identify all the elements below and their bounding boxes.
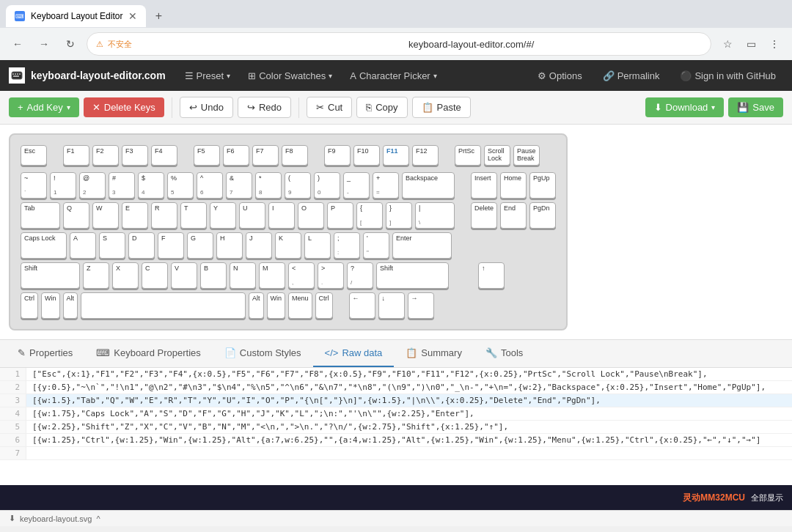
key-4[interactable]: $4 [138,172,164,199]
key-z[interactable]: Z [83,262,109,289]
key-n[interactable]: N [230,262,256,289]
key-right[interactable]: → [408,292,434,319]
options-button[interactable]: ⚙ Options [530,67,590,85]
key-r[interactable]: R [151,202,177,229]
code-area[interactable]: 1 ["Esc",{x:1},"F1","F2","F3","F4",{x:0.… [0,368,792,485]
key-lbracket[interactable]: {[ [356,202,383,229]
paste-button[interactable]: 📋 Paste [412,97,471,118]
tab-close-button[interactable]: ✕ [128,11,137,21]
key-scroll-lock[interactable]: Scroll Lock [484,145,510,166]
key-down[interactable]: ↓ [378,292,405,319]
key-f11[interactable]: F11 [383,145,409,166]
key-7[interactable]: &7 [226,172,252,199]
key-f8[interactable]: F8 [282,145,308,166]
window-button[interactable]: ▭ [741,34,761,54]
show-all-text[interactable]: 全部显示 [751,492,783,503]
key-a[interactable]: A [70,232,96,259]
key-g[interactable]: G [187,232,213,259]
key-m[interactable]: M [259,262,285,289]
key-2[interactable]: @2 [79,172,106,199]
key-delete[interactable]: Delete [471,202,497,229]
color-swatches-menu[interactable]: ⊞ Color Swatches ▾ [241,66,340,86]
key-f10[interactable]: F10 [353,145,380,166]
key-enter[interactable]: Enter [392,232,452,259]
key-v[interactable]: V [171,262,197,289]
key-pgup[interactable]: PgUp [529,172,556,199]
key-j[interactable]: J [246,232,272,259]
tab-summary[interactable]: 📋 Summary [394,340,474,367]
key-f2[interactable]: F2 [92,145,119,166]
tab-properties[interactable]: ✎ Properties [6,340,84,367]
key-f4[interactable]: F4 [151,145,177,166]
key-f9[interactable]: F9 [324,145,351,166]
tab-raw-data[interactable]: </> Raw data [313,340,395,367]
copy-button[interactable]: ⎘ Copy [356,97,407,118]
key-tab[interactable]: Tab [21,202,60,229]
tab-keyboard-properties[interactable]: ⌨ Keyboard Properties [84,340,213,367]
github-button[interactable]: ⚫ Sign in with GitHub [672,67,783,85]
key-slash[interactable]: ?/ [347,262,373,289]
key-i[interactable]: I [268,202,295,229]
add-key-button[interactable]: + Add Key ▾ [9,97,79,117]
key-home[interactable]: Home [500,172,527,199]
key-left[interactable]: ← [349,292,375,319]
permalink-button[interactable]: 🔗 Permalink [595,67,667,85]
key-1[interactable]: !1 [50,172,76,199]
key-left-alt[interactable]: Alt [63,292,78,319]
key-up[interactable]: ↑ [478,262,505,289]
key-x[interactable]: X [112,262,139,289]
save-button[interactable]: 💾 Save [728,97,783,117]
key-tilde[interactable]: ~` [21,172,47,199]
key-f[interactable]: F [158,232,184,259]
address-bar[interactable]: ⚠ 不安全 keyboard-layout-editor.com/#/ [87,32,711,56]
refresh-button[interactable]: ↻ [60,34,81,54]
key-caps-lock[interactable]: Caps Lock [21,232,67,259]
key-0[interactable]: )0 [314,172,340,199]
key-t[interactable]: T [180,202,207,229]
key-backslash[interactable]: |\ [415,202,455,229]
key-semicolon[interactable]: ;: [334,232,360,259]
menu-button[interactable]: ⋮ [764,34,785,54]
key-space[interactable] [81,292,246,319]
key-s[interactable]: S [99,232,125,259]
key-equals[interactable]: += [373,172,399,199]
key-backspace[interactable]: Backspace [402,172,455,199]
preset-menu[interactable]: ☰ Preset ▾ [177,66,238,86]
key-comma[interactable]: <, [288,262,315,289]
new-tab-button[interactable]: + [149,7,168,26]
key-f5[interactable]: F5 [194,145,220,166]
key-quote[interactable]: '" [363,232,389,259]
key-9[interactable]: (9 [285,172,311,199]
key-right-win[interactable]: Win [267,292,286,319]
key-prtsc[interactable]: PrtSc [455,145,481,166]
redo-button[interactable]: ↪ Redo [238,97,291,118]
key-left-shift[interactable]: Shift [21,262,80,289]
bookmark-star-button[interactable]: ☆ [717,34,738,54]
key-left-ctrl[interactable]: Ctrl [21,292,38,319]
undo-button[interactable]: ↩ Undo [180,97,233,118]
key-period[interactable]: >. [318,262,344,289]
key-end[interactable]: End [500,202,527,229]
key-f12[interactable]: F12 [412,145,439,166]
key-insert[interactable]: Insert [471,172,497,199]
key-6[interactable]: ^6 [197,172,223,199]
tab-tools[interactable]: 🔧 Tools [474,340,535,367]
tab-custom-styles[interactable]: 📄 Custom Styles [213,340,313,367]
key-b[interactable]: B [200,262,227,289]
key-e[interactable]: E [122,202,148,229]
key-pgdn[interactable]: PgDn [529,202,556,229]
key-d[interactable]: D [128,232,155,259]
key-o[interactable]: O [298,202,324,229]
key-f1[interactable]: F1 [63,145,89,166]
key-k[interactable]: K [275,232,301,259]
key-f3[interactable]: F3 [122,145,148,166]
key-h[interactable]: H [216,232,243,259]
key-w[interactable]: W [92,202,119,229]
key-5[interactable]: %5 [167,172,194,199]
key-8[interactable]: *8 [255,172,282,199]
key-c[interactable]: C [142,262,168,289]
back-button[interactable]: ← [7,34,28,54]
key-menu[interactable]: Menu [288,292,312,319]
forward-button[interactable]: → [34,34,54,54]
key-f7[interactable]: F7 [252,145,279,166]
